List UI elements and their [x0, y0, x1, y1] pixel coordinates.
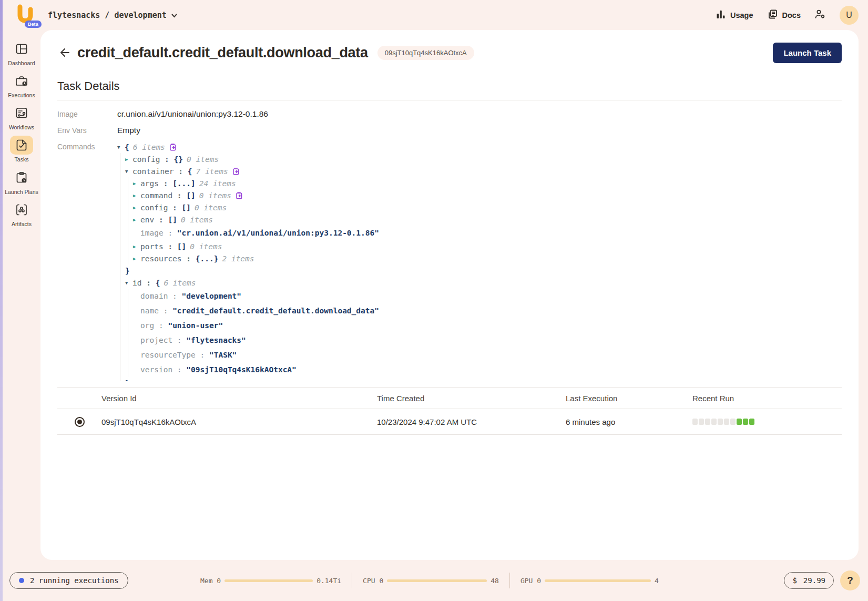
cpu-gauge: CPU 048 — [363, 577, 499, 585]
breadcrumb[interactable]: flytesnacks / development — [48, 11, 177, 20]
docs-icon — [767, 9, 778, 22]
launch-task-button[interactable]: Launch Task — [773, 43, 842, 63]
tree-row-args[interactable]: ▶args : [...]24 items — [133, 177, 379, 189]
recent-run-success-square[interactable] — [743, 419, 748, 425]
tree-value: "development" — [182, 292, 242, 300]
tree-brace: [...] — [172, 179, 196, 188]
mem-gauge: Mem 00.14Ti — [200, 577, 341, 585]
copy-icon[interactable] — [232, 167, 239, 175]
expand-toggle-icon[interactable]: ▶ — [133, 244, 140, 249]
topbar: Beta flytesnacks / development Usage — [3, 0, 868, 30]
image-value: cr.union.ai/v1/unionai/union:py3.12-0.1.… — [117, 107, 268, 119]
sidebar-item-label: Launch Plans — [5, 189, 38, 196]
tree-row-command[interactable]: ▶command : []0 items — [133, 189, 379, 201]
copy-icon[interactable] — [169, 143, 176, 151]
task-detail-panel: credit_default.credit_default.download_d… — [40, 30, 859, 560]
tree-row-config[interactable]: ▶config : []0 items — [133, 201, 379, 213]
expand-toggle-icon[interactable]: ▶ — [133, 181, 140, 186]
tree-group: ▶config : {}0 items▼container : {7 items… — [120, 153, 379, 381]
recent-run-empty-square[interactable] — [718, 419, 723, 425]
recent-run-success-square[interactable] — [749, 419, 754, 425]
tree-group: domain : "development"name : "credit_def… — [128, 289, 379, 377]
tree-brace: [] — [186, 191, 195, 200]
billing-amount: 29.99 — [803, 576, 825, 585]
sidebar-item-label: Tasks — [15, 156, 29, 163]
sidebar-item-label: Dashboard — [8, 60, 35, 67]
collapse-toggle-icon[interactable]: ▼ — [117, 145, 125, 150]
versions-table: Version Id Time Created Last Execution R… — [57, 387, 842, 435]
expand-toggle-icon[interactable]: ▶ — [133, 217, 140, 222]
union-logo[interactable]: Beta — [14, 4, 36, 27]
tree-row-ports[interactable]: ▶ports : []0 items — [133, 240, 379, 252]
help-button[interactable]: ? — [840, 571, 860, 590]
user-settings-button[interactable] — [814, 9, 826, 21]
sidebar-item-executions[interactable]: Executions — [3, 72, 40, 99]
tree-brace: [] — [168, 216, 177, 224]
tree-key: image — [140, 229, 164, 237]
tasks-icon — [10, 136, 33, 155]
back-button[interactable] — [57, 45, 73, 60]
gauge-capacity: 0.14Ti — [316, 577, 341, 585]
env-vars-value: Empty — [117, 124, 140, 135]
tree-key: name — [140, 307, 159, 315]
expand-toggle-icon[interactable]: ▶ — [133, 193, 140, 198]
avatar[interactable]: U — [840, 6, 859, 25]
collapse-toggle-icon[interactable]: ▼ — [125, 169, 132, 174]
col-last-execution: Last Execution — [566, 394, 692, 403]
version-radio-selected[interactable] — [75, 417, 85, 427]
sidebar-item-launch-plans[interactable]: Launch Plans — [3, 168, 40, 196]
sidebar-item-workflows[interactable]: Workflows — [3, 104, 40, 131]
version-id-cell: 09sjT10qTq4sK16kAOtxcA — [101, 417, 377, 426]
tree-value: "TASK" — [209, 351, 237, 359]
recent-run-empty-square[interactable] — [711, 419, 717, 425]
tree-row-config[interactable]: ▶config : {}0 items — [125, 153, 379, 165]
usage-link[interactable]: Usage — [716, 9, 753, 21]
page-header: credit_default.credit_default.download_d… — [57, 40, 842, 65]
sidebar-item-tasks[interactable]: Tasks — [3, 136, 40, 163]
resource-gauges: Mem 00.14TiCPU 048GPU 04 — [200, 560, 659, 601]
tree-row-domain: domain : "development" — [133, 289, 379, 303]
tree-key: container — [132, 167, 174, 176]
table-row[interactable]: 09sjT10qTq4sK16kAOtxcA10/23/2024 9:47:02… — [57, 409, 842, 434]
recent-run-cells — [692, 419, 842, 425]
recent-run-empty-square[interactable] — [705, 419, 710, 425]
sidebar-item-dashboard[interactable]: Dashboard — [3, 39, 40, 67]
copy-icon[interactable] — [235, 191, 242, 199]
billing-pill[interactable]: $ 29.99 — [784, 572, 834, 589]
closing-brace: } — [125, 379, 130, 381]
tree-row-env[interactable]: ▶env : []0 items — [133, 213, 379, 226]
tree-row-project: project : "flytesnacks" — [133, 333, 379, 348]
tree-item-count: 0 items — [195, 203, 227, 212]
recent-run-empty-square[interactable] — [699, 419, 704, 425]
recent-run-success-square[interactable] — [737, 419, 742, 425]
expand-toggle-icon[interactable]: ▶ — [133, 256, 140, 261]
tree-row-resources[interactable]: ▶resources : {...}2 items — [133, 252, 379, 264]
table-body: 09sjT10qTq4sK16kAOtxcA10/23/2024 9:47:02… — [57, 409, 842, 435]
image-row: Image cr.union.ai/v1/unionai/union:py3.1… — [57, 107, 842, 119]
tree-key: command — [140, 191, 172, 200]
docs-link[interactable]: Docs — [767, 9, 801, 22]
tree-value: "credit_default.credit_default.download_… — [172, 307, 379, 315]
tree-row-name: name : "credit_default.credit_default.do… — [133, 303, 379, 318]
tree-brace: { — [125, 143, 129, 151]
beta-badge: Beta — [25, 21, 42, 28]
expand-toggle-icon[interactable]: ▶ — [133, 205, 140, 210]
tree-row-image: image : "cr.union.ai/v1/unionai/union:py… — [133, 226, 379, 240]
tree-key: domain — [140, 292, 168, 300]
sidebar-item-artifacts[interactable]: Artifacts — [3, 200, 40, 228]
running-executions-pill[interactable]: 2 running executions — [9, 572, 128, 589]
sidebar-item-label: Workflows — [9, 124, 34, 131]
tree-row-container[interactable]: ▼container : {7 items — [125, 165, 379, 177]
recent-run-empty-square[interactable] — [730, 419, 736, 425]
tree-item-count: 0 items — [199, 191, 231, 200]
env-vars-label: Env Vars — [57, 124, 117, 135]
collapse-toggle-icon[interactable]: ▼ — [125, 280, 132, 286]
expand-toggle-icon[interactable]: ▶ — [125, 157, 132, 162]
recent-run-empty-square[interactable] — [724, 419, 729, 425]
commands-row: Commands ▼{6 items▶config : {}0 items▼co… — [57, 140, 842, 381]
tree-row-id[interactable]: ▼id : {6 items — [125, 277, 379, 289]
tree-row[interactable]: ▼{6 items — [117, 141, 379, 153]
last-execution-cell: 6 minutes ago — [566, 417, 692, 426]
recent-run-empty-square[interactable] — [692, 419, 698, 425]
artifacts-icon — [10, 200, 33, 219]
